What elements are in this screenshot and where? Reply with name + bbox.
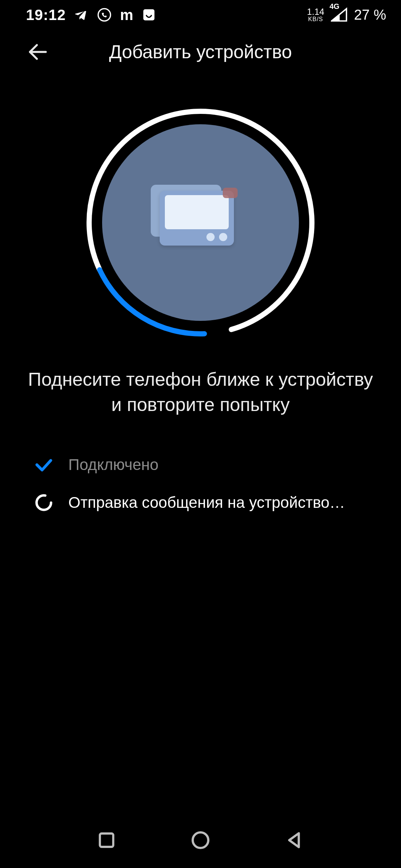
svg-point-0: [98, 9, 111, 21]
navigation-bar: [0, 812, 401, 868]
instruction-text: Поднесите телефон ближе к устройству и п…: [0, 367, 401, 417]
square-icon: [97, 830, 117, 850]
m-letter-icon: m: [120, 7, 133, 23]
nav-recent-button[interactable]: [92, 825, 121, 855]
check-icon: [33, 454, 54, 475]
page-title: Добавить устройство: [19, 41, 382, 63]
viber-icon: [97, 7, 112, 22]
network-speed-value: 1.14: [307, 7, 325, 16]
shopping-bag-icon: [141, 7, 156, 22]
circle-icon: [190, 830, 211, 851]
svg-point-5: [37, 496, 51, 510]
network-speed-indicator: 1.14 KB/S: [307, 7, 325, 22]
status-left: 19:12 m: [26, 7, 156, 23]
svg-rect-1: [143, 9, 154, 20]
step-connected: Подключено: [33, 454, 368, 475]
spinner-icon: [33, 492, 54, 513]
progress-ring: [82, 104, 319, 341]
status-right: 1.14 KB/S 4G 27 %: [307, 7, 386, 23]
status-bar: 19:12 m 1.14 KB/S 4G 27 %: [0, 0, 401, 30]
back-button[interactable]: [26, 40, 50, 64]
nav-home-button[interactable]: [186, 825, 215, 855]
clock: 19:12: [26, 7, 66, 23]
svg-rect-6: [100, 834, 113, 847]
signal-icon: 4G: [331, 7, 347, 22]
step-sending-label: Отправка сообщения на устройство…: [68, 494, 345, 512]
header: Добавить устройство: [0, 30, 401, 74]
svg-point-7: [193, 832, 208, 848]
triangle-left-icon: [284, 830, 305, 851]
telegram-icon: [74, 7, 89, 22]
nav-back-button[interactable]: [280, 825, 309, 855]
device-illustration-icon: [160, 191, 241, 250]
battery-percentage: 27 %: [354, 7, 386, 23]
network-speed-unit: KB/S: [308, 16, 323, 22]
hero-section: Поднесите телефон ближе к устройству и п…: [0, 104, 401, 417]
step-sending: Отправка сообщения на устройство…: [33, 492, 368, 513]
step-connected-label: Подключено: [68, 456, 159, 474]
arrow-left-icon: [26, 40, 50, 64]
network-type-label: 4G: [329, 2, 339, 11]
steps-list: Подключено Отправка сообщения на устройс…: [0, 454, 401, 513]
